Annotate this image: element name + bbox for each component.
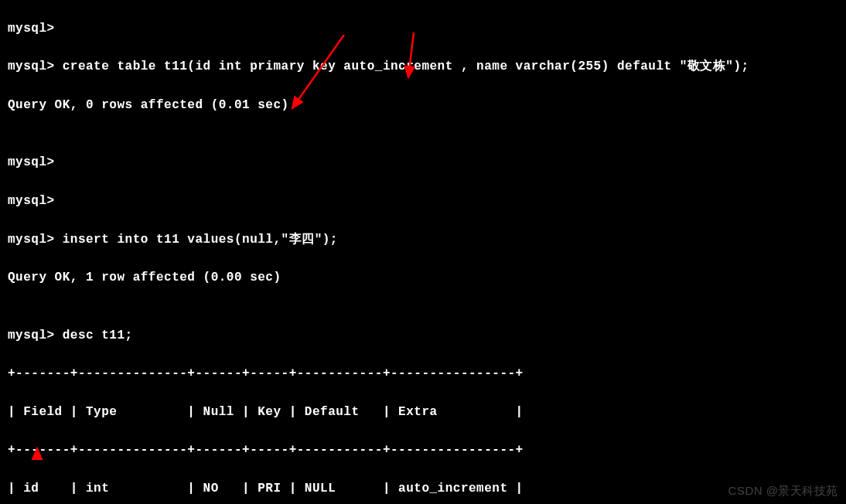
insert-command: mysql> insert into t11 values(null,"李四")… (8, 230, 838, 250)
table-border: +-------+--------------+------+-----+---… (8, 441, 838, 460)
prompt-line: mysql> (8, 153, 838, 172)
table-header-row: | Field | Type | Null | Key | Default | … (8, 403, 838, 422)
query-ok-message: Query OK, 0 rows affected (0.01 sec) (8, 96, 838, 115)
prompt-line: mysql> (8, 19, 838, 39)
table-row: | id | int | NO | PRI | NULL | auto_incr… (8, 479, 838, 499)
prompt-line: mysql> (8, 192, 838, 211)
table-border: +-------+--------------+------+-----+---… (8, 364, 838, 383)
terminal-output[interactable]: mysql> mysql> create table t11(id int pr… (0, 0, 846, 504)
watermark: CSDN @景天科技苑 (728, 482, 838, 499)
query-ok-message: Query OK, 1 row affected (0.00 sec) (8, 268, 838, 288)
create-table-command: mysql> create table t11(id int primary k… (8, 57, 838, 77)
desc-command: mysql> desc t11; (8, 326, 838, 346)
